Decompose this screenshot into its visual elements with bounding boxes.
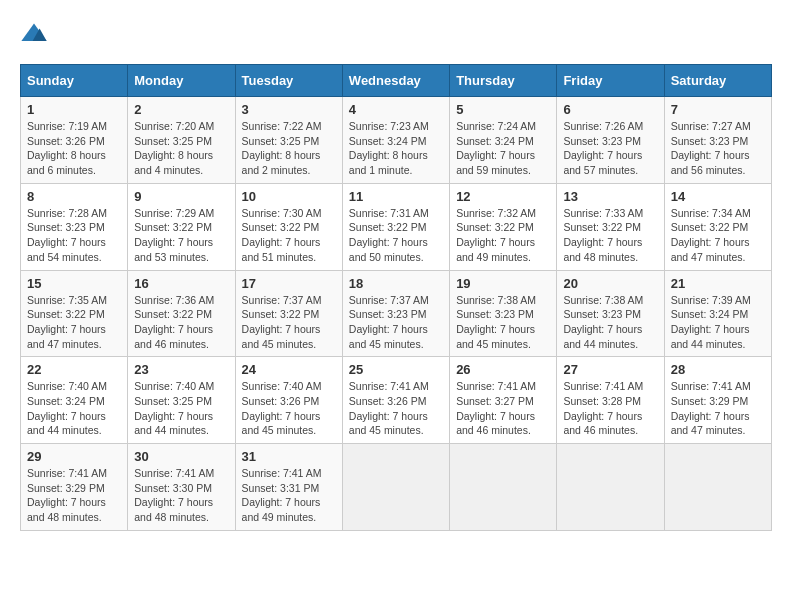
calendar-cell	[342, 444, 449, 531]
calendar-cell: 2Sunrise: 7:20 AM Sunset: 3:25 PM Daylig…	[128, 97, 235, 184]
day-number: 26	[456, 362, 550, 377]
day-number: 28	[671, 362, 765, 377]
day-info: Sunrise: 7:24 AM Sunset: 3:24 PM Dayligh…	[456, 119, 550, 178]
day-number: 14	[671, 189, 765, 204]
calendar-cell: 25Sunrise: 7:41 AM Sunset: 3:26 PM Dayli…	[342, 357, 449, 444]
day-info: Sunrise: 7:36 AM Sunset: 3:22 PM Dayligh…	[134, 293, 228, 352]
day-number: 17	[242, 276, 336, 291]
day-number: 16	[134, 276, 228, 291]
calendar-cell	[450, 444, 557, 531]
calendar-week-1: 1Sunrise: 7:19 AM Sunset: 3:26 PM Daylig…	[21, 97, 772, 184]
day-number: 6	[563, 102, 657, 117]
calendar-cell: 16Sunrise: 7:36 AM Sunset: 3:22 PM Dayli…	[128, 270, 235, 357]
calendar-cell: 11Sunrise: 7:31 AM Sunset: 3:22 PM Dayli…	[342, 183, 449, 270]
day-info: Sunrise: 7:41 AM Sunset: 3:26 PM Dayligh…	[349, 379, 443, 438]
day-number: 5	[456, 102, 550, 117]
day-info: Sunrise: 7:41 AM Sunset: 3:29 PM Dayligh…	[27, 466, 121, 525]
day-number: 24	[242, 362, 336, 377]
day-number: 29	[27, 449, 121, 464]
day-info: Sunrise: 7:26 AM Sunset: 3:23 PM Dayligh…	[563, 119, 657, 178]
calendar-header-wednesday: Wednesday	[342, 65, 449, 97]
day-info: Sunrise: 7:29 AM Sunset: 3:22 PM Dayligh…	[134, 206, 228, 265]
calendar-table: SundayMondayTuesdayWednesdayThursdayFrid…	[20, 64, 772, 531]
page-header	[20, 20, 772, 48]
logo	[20, 20, 52, 48]
calendar-cell: 28Sunrise: 7:41 AM Sunset: 3:29 PM Dayli…	[664, 357, 771, 444]
day-info: Sunrise: 7:41 AM Sunset: 3:31 PM Dayligh…	[242, 466, 336, 525]
day-number: 30	[134, 449, 228, 464]
day-number: 22	[27, 362, 121, 377]
calendar-cell: 26Sunrise: 7:41 AM Sunset: 3:27 PM Dayli…	[450, 357, 557, 444]
day-number: 7	[671, 102, 765, 117]
calendar-cell: 29Sunrise: 7:41 AM Sunset: 3:29 PM Dayli…	[21, 444, 128, 531]
calendar-cell	[557, 444, 664, 531]
calendar-cell: 10Sunrise: 7:30 AM Sunset: 3:22 PM Dayli…	[235, 183, 342, 270]
day-number: 8	[27, 189, 121, 204]
calendar-cell: 3Sunrise: 7:22 AM Sunset: 3:25 PM Daylig…	[235, 97, 342, 184]
day-info: Sunrise: 7:40 AM Sunset: 3:25 PM Dayligh…	[134, 379, 228, 438]
calendar-week-5: 29Sunrise: 7:41 AM Sunset: 3:29 PM Dayli…	[21, 444, 772, 531]
calendar-cell: 14Sunrise: 7:34 AM Sunset: 3:22 PM Dayli…	[664, 183, 771, 270]
calendar-cell: 15Sunrise: 7:35 AM Sunset: 3:22 PM Dayli…	[21, 270, 128, 357]
day-number: 3	[242, 102, 336, 117]
calendar-cell: 22Sunrise: 7:40 AM Sunset: 3:24 PM Dayli…	[21, 357, 128, 444]
generalblue-logo-icon	[20, 20, 48, 48]
day-info: Sunrise: 7:28 AM Sunset: 3:23 PM Dayligh…	[27, 206, 121, 265]
calendar-cell: 13Sunrise: 7:33 AM Sunset: 3:22 PM Dayli…	[557, 183, 664, 270]
day-info: Sunrise: 7:30 AM Sunset: 3:22 PM Dayligh…	[242, 206, 336, 265]
day-number: 25	[349, 362, 443, 377]
calendar-cell: 18Sunrise: 7:37 AM Sunset: 3:23 PM Dayli…	[342, 270, 449, 357]
day-info: Sunrise: 7:40 AM Sunset: 3:24 PM Dayligh…	[27, 379, 121, 438]
calendar-week-4: 22Sunrise: 7:40 AM Sunset: 3:24 PM Dayli…	[21, 357, 772, 444]
calendar-header-friday: Friday	[557, 65, 664, 97]
calendar-cell	[664, 444, 771, 531]
calendar-header-sunday: Sunday	[21, 65, 128, 97]
calendar-week-3: 15Sunrise: 7:35 AM Sunset: 3:22 PM Dayli…	[21, 270, 772, 357]
calendar-cell: 17Sunrise: 7:37 AM Sunset: 3:22 PM Dayli…	[235, 270, 342, 357]
day-number: 13	[563, 189, 657, 204]
day-number: 11	[349, 189, 443, 204]
day-info: Sunrise: 7:33 AM Sunset: 3:22 PM Dayligh…	[563, 206, 657, 265]
day-info: Sunrise: 7:41 AM Sunset: 3:28 PM Dayligh…	[563, 379, 657, 438]
calendar-cell: 7Sunrise: 7:27 AM Sunset: 3:23 PM Daylig…	[664, 97, 771, 184]
day-info: Sunrise: 7:40 AM Sunset: 3:26 PM Dayligh…	[242, 379, 336, 438]
day-info: Sunrise: 7:37 AM Sunset: 3:23 PM Dayligh…	[349, 293, 443, 352]
day-number: 18	[349, 276, 443, 291]
day-number: 23	[134, 362, 228, 377]
calendar-cell: 30Sunrise: 7:41 AM Sunset: 3:30 PM Dayli…	[128, 444, 235, 531]
calendar-cell: 12Sunrise: 7:32 AM Sunset: 3:22 PM Dayli…	[450, 183, 557, 270]
calendar-cell: 23Sunrise: 7:40 AM Sunset: 3:25 PM Dayli…	[128, 357, 235, 444]
day-info: Sunrise: 7:23 AM Sunset: 3:24 PM Dayligh…	[349, 119, 443, 178]
calendar-body: 1Sunrise: 7:19 AM Sunset: 3:26 PM Daylig…	[21, 97, 772, 531]
day-number: 12	[456, 189, 550, 204]
day-info: Sunrise: 7:31 AM Sunset: 3:22 PM Dayligh…	[349, 206, 443, 265]
day-number: 2	[134, 102, 228, 117]
day-info: Sunrise: 7:37 AM Sunset: 3:22 PM Dayligh…	[242, 293, 336, 352]
calendar-header-monday: Monday	[128, 65, 235, 97]
calendar-cell: 6Sunrise: 7:26 AM Sunset: 3:23 PM Daylig…	[557, 97, 664, 184]
calendar-cell: 21Sunrise: 7:39 AM Sunset: 3:24 PM Dayli…	[664, 270, 771, 357]
day-number: 20	[563, 276, 657, 291]
day-info: Sunrise: 7:41 AM Sunset: 3:30 PM Dayligh…	[134, 466, 228, 525]
calendar-cell: 1Sunrise: 7:19 AM Sunset: 3:26 PM Daylig…	[21, 97, 128, 184]
calendar-header-row: SundayMondayTuesdayWednesdayThursdayFrid…	[21, 65, 772, 97]
day-number: 10	[242, 189, 336, 204]
day-number: 9	[134, 189, 228, 204]
day-number: 4	[349, 102, 443, 117]
calendar-cell: 24Sunrise: 7:40 AM Sunset: 3:26 PM Dayli…	[235, 357, 342, 444]
day-number: 15	[27, 276, 121, 291]
calendar-header-thursday: Thursday	[450, 65, 557, 97]
calendar-header-saturday: Saturday	[664, 65, 771, 97]
day-number: 31	[242, 449, 336, 464]
calendar-cell: 4Sunrise: 7:23 AM Sunset: 3:24 PM Daylig…	[342, 97, 449, 184]
day-number: 21	[671, 276, 765, 291]
day-info: Sunrise: 7:39 AM Sunset: 3:24 PM Dayligh…	[671, 293, 765, 352]
day-number: 19	[456, 276, 550, 291]
day-number: 27	[563, 362, 657, 377]
calendar-cell: 5Sunrise: 7:24 AM Sunset: 3:24 PM Daylig…	[450, 97, 557, 184]
calendar-cell: 27Sunrise: 7:41 AM Sunset: 3:28 PM Dayli…	[557, 357, 664, 444]
day-info: Sunrise: 7:38 AM Sunset: 3:23 PM Dayligh…	[456, 293, 550, 352]
day-info: Sunrise: 7:41 AM Sunset: 3:29 PM Dayligh…	[671, 379, 765, 438]
day-info: Sunrise: 7:38 AM Sunset: 3:23 PM Dayligh…	[563, 293, 657, 352]
calendar-cell: 20Sunrise: 7:38 AM Sunset: 3:23 PM Dayli…	[557, 270, 664, 357]
